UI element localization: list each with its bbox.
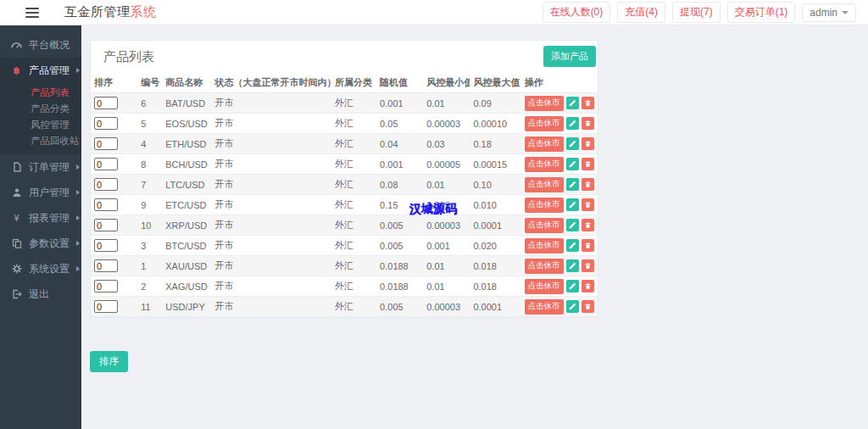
row-actions: 点击休市 — [525, 134, 594, 153]
delete-button[interactable] — [581, 198, 594, 211]
sidebar-item-user-management[interactable]: 用户管理 — [0, 180, 81, 205]
sidebar-item-order-management[interactable]: 订单管理 — [0, 154, 81, 180]
edit-button[interactable] — [566, 300, 579, 313]
row-actions: 点击休市 — [525, 175, 594, 194]
sort-input[interactable] — [94, 198, 118, 211]
sort-input[interactable] — [94, 178, 118, 191]
close-market-button[interactable]: 点击休市 — [525, 299, 564, 315]
sidebar-item-product-list[interactable]: 产品列表 — [0, 85, 81, 101]
delete-button[interactable] — [581, 158, 594, 170]
sidebar-item-label: 报表管理 — [29, 211, 70, 226]
delete-button[interactable] — [581, 300, 594, 313]
trade-orders-link[interactable]: 交易订单(1) — [727, 2, 796, 23]
delete-button[interactable] — [581, 178, 594, 191]
gear-icon — [11, 264, 22, 275]
sidebar-item-logout[interactable]: 退出 — [0, 281, 81, 307]
online-users-link[interactable]: 在线人数(0) — [542, 2, 611, 23]
edit-button[interactable] — [566, 97, 579, 109]
product-id: 10 — [137, 215, 162, 236]
sort-input[interactable] — [94, 137, 118, 150]
page-title: 产品列表 — [103, 49, 154, 65]
edit-button[interactable] — [566, 198, 579, 211]
sidebar-item-product-recycle-bin[interactable]: 产品回收站 — [0, 133, 81, 149]
sidebar-item-overview[interactable]: 平台概况 — [0, 32, 81, 58]
table-row: 9 ETC/USD 开市 外汇 0.15 0.003 0.010 点击休市 — [91, 195, 598, 215]
edit-button[interactable] — [566, 117, 579, 130]
edit-button[interactable] — [566, 178, 579, 191]
product-risk-max: 0.10 — [470, 175, 520, 195]
close-market-button[interactable]: 点击休市 — [525, 218, 564, 233]
recharge-link[interactable]: 充值(4) — [617, 2, 665, 23]
sidebar-item-parameter-settings[interactable]: 参数设置 — [0, 231, 81, 256]
delete-button[interactable] — [581, 259, 594, 272]
close-market-button[interactable]: 点击休市 — [525, 259, 564, 274]
delete-button[interactable] — [581, 117, 594, 130]
close-market-button[interactable]: 点击休市 — [525, 136, 564, 152]
delete-trash-icon — [585, 201, 591, 209]
edit-button[interactable] — [566, 219, 579, 231]
hamburger-menu-icon[interactable] — [25, 5, 39, 20]
sidebar-item-product-management[interactable]: ฿ 产品管理 — [0, 58, 81, 83]
sort-input[interactable] — [94, 259, 118, 272]
product-random-value: 0.001 — [376, 154, 423, 175]
edit-button[interactable] — [566, 239, 579, 252]
sidebar-item-report-management[interactable]: ¥ 报表管理 — [0, 205, 81, 231]
delete-button[interactable] — [581, 137, 594, 150]
app-title-accent: 系统 — [131, 4, 157, 19]
product-risk-max: 0.020 — [470, 236, 520, 256]
close-market-button[interactable]: 点击休市 — [525, 157, 564, 172]
delete-button[interactable] — [581, 219, 594, 231]
edit-button[interactable] — [566, 137, 579, 150]
sort-input[interactable] — [94, 117, 118, 130]
product-risk-max: 0.00015 — [470, 154, 520, 175]
product-category: 外汇 — [331, 236, 376, 256]
product-category: 外汇 — [331, 195, 376, 215]
edit-button[interactable] — [566, 259, 579, 272]
delete-trash-icon — [585, 262, 591, 270]
sidebar-item-product-categories[interactable]: 产品分类 — [0, 101, 81, 117]
sort-input[interactable] — [94, 239, 118, 252]
add-product-button[interactable]: 添加产品 — [543, 46, 596, 67]
product-risk-max: 0.00010 — [470, 114, 520, 134]
chevron-right-icon — [76, 241, 80, 246]
edit-button[interactable] — [566, 158, 579, 170]
sidebar-item-system-settings[interactable]: 系统设置 — [0, 256, 81, 281]
table-row: 8 BCH/USD 开市 外汇 0.001 0.00005 0.00015 点击… — [91, 154, 598, 175]
yen-report-icon: ¥ — [11, 213, 22, 224]
close-market-button[interactable]: 点击休市 — [525, 116, 564, 131]
close-market-button[interactable]: 点击休市 — [525, 238, 564, 254]
product-id: 5 — [137, 114, 162, 134]
sort-input[interactable] — [94, 219, 118, 231]
dashboard-icon — [11, 40, 22, 51]
close-market-button[interactable]: 点击休市 — [525, 198, 564, 213]
product-status: 开市 — [211, 215, 331, 236]
sort-input[interactable] — [94, 97, 118, 109]
panel-heading: 产品列表 添加产品 — [91, 41, 598, 73]
delete-trash-icon — [585, 181, 591, 188]
product-id: 7 — [137, 175, 162, 195]
delete-button[interactable] — [581, 97, 594, 109]
sort-input[interactable] — [94, 158, 118, 170]
admin-user-dropdown[interactable]: admin — [802, 3, 856, 22]
sort-input[interactable] — [94, 300, 118, 313]
product-status: 开市 — [211, 297, 331, 317]
table-row: 2 XAG/USD 开市 外汇 0.0188 0.01 0.018 点击休市 — [91, 276, 598, 297]
sort-submit-button[interactable]: 排序 — [90, 351, 128, 372]
product-risk-min: 0.01 — [423, 93, 470, 114]
product-name: ETC/USD — [162, 195, 211, 215]
product-category: 外汇 — [331, 154, 376, 175]
main-content: 产品列表 添加产品 排序 编号 商品名称 状态（大盘正常开市时间内） 所属分类 … — [81, 25, 868, 429]
delete-button[interactable] — [581, 239, 594, 252]
row-actions: 点击休市 — [525, 154, 594, 174]
edit-button[interactable] — [566, 280, 579, 292]
close-market-button[interactable]: 点击休市 — [525, 96, 564, 111]
product-risk-max: 0.018 — [470, 256, 520, 276]
close-market-button[interactable]: 点击休市 — [525, 177, 564, 192]
product-random-value: 0.0188 — [376, 276, 423, 297]
withdraw-link[interactable]: 提现(7) — [672, 2, 721, 23]
sidebar-item-risk-management[interactable]: 风控管理 — [0, 117, 81, 133]
sort-input[interactable] — [94, 280, 118, 292]
close-market-button[interactable]: 点击休市 — [525, 279, 564, 294]
product-name: XAU/USD — [162, 256, 211, 276]
delete-button[interactable] — [581, 280, 594, 292]
